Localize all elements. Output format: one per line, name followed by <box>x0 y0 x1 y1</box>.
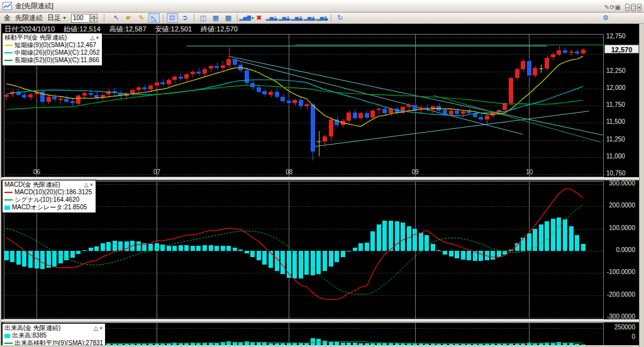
close-button[interactable]: × <box>637 4 641 11</box>
volume-axis-label: 250000 <box>604 324 636 331</box>
spin-up-icon[interactable]: ▲ <box>91 14 97 18</box>
info-close-label: 終値:12,570 <box>201 25 238 33</box>
legend-close-icon[interactable]: × <box>89 181 94 189</box>
title-bar[interactable]: 金[先限連続] ✎⟳▣ −□× <box>0 0 644 13</box>
chart-type-icon[interactable]: ▂▅▇▾ <box>241 13 252 23</box>
info-high-label: 高値:12,587 <box>109 25 147 33</box>
window-right-border <box>639 24 644 347</box>
legend-header: MACD(金 先限連続)△× <box>4 181 94 189</box>
toolbar-separator <box>194 14 194 22</box>
contract-label[interactable]: 先限連続 <box>15 13 43 23</box>
new-chart-window-icon[interactable]: ◫ <box>197 13 209 23</box>
legend-collapse-icon[interactable]: △ <box>93 324 99 332</box>
price-axis-label: 12,250 <box>604 67 636 74</box>
ma-legend-box[interactable]: 移動平均(金 先限連続)△×短期線(9)(0)(SMA)(C):12,467中期… <box>2 33 103 66</box>
icon-number-badge: 2 <box>287 13 289 23</box>
legend-swatch <box>4 199 13 201</box>
toolbar-separator <box>331 14 331 22</box>
hand-tool-icon[interactable]: ☛ <box>123 13 135 23</box>
legend-header: 出来高(金 先限連続)△× <box>4 324 103 332</box>
volume-axis-label: 0 <box>604 333 636 340</box>
x-axis-label: 06 <box>33 168 40 175</box>
app-window: 金[先限連続] ✎⟳▣ −□× 金 先限連続 日足 ▼ 100 ▲ ▼ ↖☛✎◺… <box>0 0 644 347</box>
legend-title: MACD(金 先限連続) <box>4 181 84 189</box>
pencil-tool-icon[interactable]: ✎ <box>136 13 147 23</box>
legend-swatch <box>4 343 13 344</box>
remove-indicator-icon[interactable]: ✖ <box>253 13 265 23</box>
legend-title: 出来高(金 先限連続) <box>4 324 93 332</box>
toolbar-separator <box>104 14 104 22</box>
titlebar-tool-icons: ✎⟳▣ <box>604 1 621 12</box>
indicator-preset-1-icon[interactable]: ▂▅▃1 <box>266 13 277 23</box>
spin-down-icon[interactable]: ▼ <box>91 18 97 23</box>
price-axis-label: 11,500 <box>604 118 636 125</box>
legend-swatch <box>4 45 13 46</box>
legend-item-label: シグナル(10):164.4620 <box>14 196 79 204</box>
crosshair-select-icon[interactable]: ⊡ <box>167 13 178 23</box>
indicator-preset-5-icon[interactable]: ▂▅▃5 <box>316 13 328 23</box>
legend-swatch <box>4 334 10 338</box>
legend-close-icon[interactable]: × <box>99 324 103 332</box>
bar-count-spinner[interactable]: 100 ▲ ▼ <box>71 14 97 23</box>
legend-header: 移動平均(金 先限連続)△× <box>4 34 100 41</box>
legend-collapse-icon[interactable]: △ <box>89 34 95 41</box>
refresh-icon[interactable]: ↻ <box>335 13 346 23</box>
quote-table-icon[interactable]: ▦ <box>210 13 221 23</box>
angle-tool-icon[interactable]: ◺ <box>148 13 160 23</box>
info-date-label: 日付:2024/10/10 <box>4 25 55 33</box>
scroll-latest-icon[interactable]: ➲ <box>179 13 191 23</box>
legend-collapse-icon[interactable]: △ <box>84 181 89 189</box>
window-title: 金[先限連続] <box>15 1 53 11</box>
macd-axis-label: -100.0000 <box>604 268 636 275</box>
price-axis-label: 11,250 <box>604 136 636 143</box>
legend-item-label: 短期線(9)(0)(SMA)(C):12,467 <box>14 41 96 49</box>
icon-number-badge: 1 <box>274 13 277 23</box>
toolbar-icon-group: ↖☛✎◺⊡➲◫▦▩▂▅▇▾✖▂▅▃1▂▅▃2▂▅▃3▂▅▃4▂▅▃5↻ <box>111 13 346 23</box>
pane-splitter[interactable] <box>1 177 639 180</box>
legend-title: 移動平均(金 先限連続) <box>4 34 89 41</box>
icon-number-badge: 5 <box>325 13 327 23</box>
price-axis-label: 11,750 <box>604 101 636 108</box>
legend-swatch <box>4 60 13 61</box>
indicator-preset-3-icon[interactable]: ▂▅▃3 <box>291 13 303 23</box>
macd-axis-label: 300.0000 <box>604 180 636 187</box>
cursor-tool-icon[interactable]: ↖ <box>111 13 122 23</box>
macd-legend-box[interactable]: MACD(金 先限連続)△×MACD(10)(20)(C):186.3125シグ… <box>2 180 96 213</box>
legend-item: 短期線(9)(0)(SMA)(C):12,467 <box>4 41 100 49</box>
legend-item: MACD(10)(20)(C):186.3125 <box>4 189 94 196</box>
toolbar: 金 先限連続 日足 ▼ 100 ▲ ▼ ↖☛✎◺⊡➲◫▦▩▂▅▇▾✖▂▅▃1▂▅… <box>0 13 644 24</box>
legend-item-label: MACDオシレータ:21.8505 <box>12 204 87 211</box>
legend-swatch <box>4 192 13 193</box>
settings-wrench-icon[interactable]: ⚙ <box>600 13 611 23</box>
maximize-button[interactable]: □ <box>631 4 635 11</box>
commodity-label[interactable]: 金 <box>4 13 11 23</box>
indicator-preset-2-icon[interactable]: ▂▅▃2 <box>279 13 290 23</box>
icon-number-badge: 4 <box>312 13 314 23</box>
info-low-label: 安値:12,501 <box>155 25 192 33</box>
macd-axis-label: -300.0000 <box>604 313 636 320</box>
volume-legend-box[interactable]: 出来高(金 先限連続)△×出来高:8385出来高移動平均(9)(SMA):278… <box>2 323 106 347</box>
bar-count-input[interactable]: 100 <box>71 14 90 23</box>
current-price-label: 12,570 <box>604 45 639 53</box>
legend-item-label: MACD(10)(20)(C):186.3125 <box>14 189 92 196</box>
legend-item-label: 出来高:8385 <box>12 332 47 339</box>
grid-layout-icon[interactable]: ▩ <box>223 13 234 23</box>
window-left-border <box>0 24 1 347</box>
macd-axis-label: 100.0000 <box>604 224 636 231</box>
price-axis-label: 11,000 <box>604 153 636 160</box>
sync-icon[interactable]: ⟳ <box>609 4 614 11</box>
pane-splitter[interactable] <box>1 319 639 322</box>
minimize-button[interactable]: − <box>625 4 630 11</box>
indicator-preset-4-icon[interactable]: ▂▅▃4 <box>304 13 315 23</box>
macd-axis-label: 200.0000 <box>604 202 636 209</box>
price-axis-label: 12,000 <box>604 84 636 91</box>
copy-window-icon[interactable]: ▣ <box>615 4 621 11</box>
feather-icon[interactable]: ✎ <box>604 4 609 11</box>
price-axis-label: 10,750 <box>604 170 636 177</box>
icon-number-badge: 3 <box>299 13 302 23</box>
legend-swatch <box>4 206 10 210</box>
legend-item: 中期線(26)(0)(SMA)(C):12,052 <box>4 49 100 57</box>
interval-dropdown[interactable]: 日足 ▼ <box>47 13 67 23</box>
legend-close-icon[interactable]: × <box>95 34 99 41</box>
interval-label: 日足 <box>47 13 61 23</box>
